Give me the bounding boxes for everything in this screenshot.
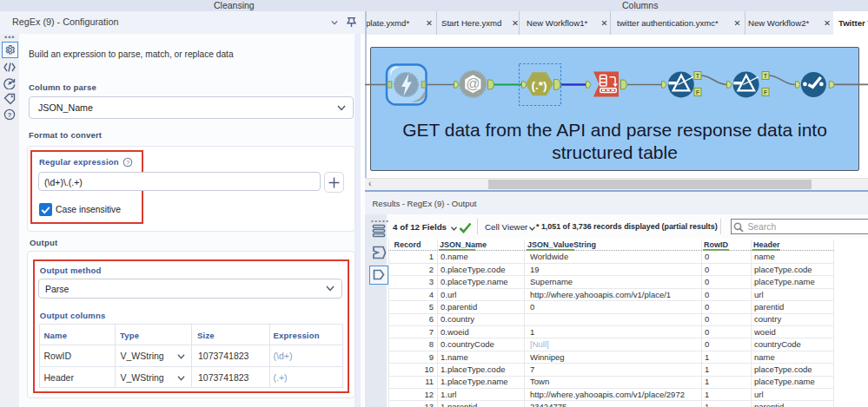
svg-text:T: T (696, 73, 699, 79)
svg-text:F: F (696, 89, 699, 95)
svg-text:?: ? (126, 159, 129, 167)
svg-text:?: ? (8, 111, 12, 119)
svg-text:F: F (764, 89, 767, 95)
svg-text:T: T (764, 73, 767, 79)
svg-text:(.*): (.*) (532, 79, 547, 92)
svg-text:@: @ (466, 76, 480, 91)
